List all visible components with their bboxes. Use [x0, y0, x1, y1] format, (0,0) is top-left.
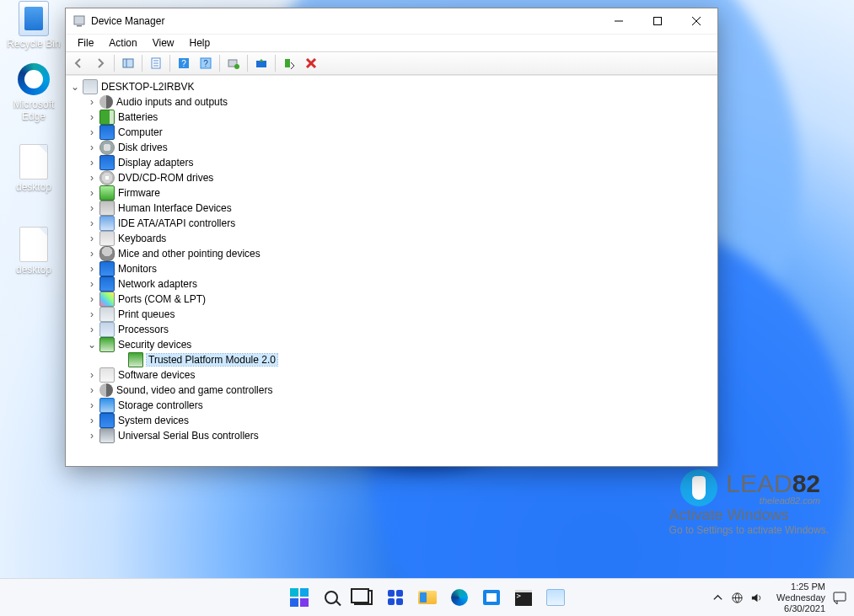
- chevron-right-icon[interactable]: ›: [86, 111, 98, 123]
- chevron-right-icon[interactable]: ›: [86, 142, 98, 153]
- chevron-right-icon[interactable]: ›: [86, 415, 98, 426]
- tree-node-universal-serial-bus-controllers[interactable]: ›Universal Serial Bus controllers: [69, 428, 714, 443]
- edge-button[interactable]: [448, 587, 470, 608]
- chevron-right-icon[interactable]: ›: [86, 172, 98, 184]
- system-tray[interactable]: 1:25 PM Wednesday 6/30/2021: [712, 579, 847, 616]
- forward-button[interactable]: [90, 53, 110, 73]
- chevron-right-icon[interactable]: ›: [86, 157, 98, 169]
- tree-root[interactable]: ⌄DESKTOP-L2IRBVK: [69, 79, 714, 94]
- chevron-right-icon[interactable]: ›: [86, 324, 98, 335]
- tree-node-network-adapters[interactable]: ›Network adapters: [69, 276, 714, 292]
- tree-node-monitors[interactable]: ›Monitors: [69, 261, 714, 276]
- menu-help[interactable]: Help: [183, 36, 218, 50]
- desktop-icon-recycle-bin[interactable]: Recycle Bin: [3, 2, 64, 50]
- tree-node-ide-ata-atapi-controllers[interactable]: ›IDE ATA/ATAPI controllers: [69, 216, 714, 231]
- close-button[interactable]: [677, 8, 716, 34]
- tree-node-display-adapters[interactable]: ›Display adapters: [69, 155, 714, 170]
- tree-node-disk-drives[interactable]: ›Disk drives: [69, 140, 714, 155]
- tree-node-processors[interactable]: ›Processors: [69, 322, 714, 337]
- store-icon: [483, 590, 500, 605]
- tree-node-batteries[interactable]: ›Batteries: [69, 110, 714, 125]
- chevron-down-icon[interactable]: ⌄: [69, 81, 81, 93]
- chevron-right-icon[interactable]: ›: [86, 96, 98, 108]
- node-label: Keyboards: [118, 233, 166, 244]
- cmd-button[interactable]: [513, 587, 534, 608]
- tree-node-firmware[interactable]: ›Firmware: [69, 185, 714, 201]
- properties-button[interactable]: [146, 53, 166, 73]
- tree-node-sound-video-and-game-controllers[interactable]: ›Sound, video and game controllers: [69, 383, 714, 398]
- start-button[interactable]: [288, 587, 310, 608]
- file-explorer-icon: [418, 591, 437, 604]
- search-button[interactable]: [320, 587, 342, 608]
- desktop-icon-file2[interactable]: desktop: [3, 228, 64, 276]
- tree-node-system-devices[interactable]: ›System devices: [69, 413, 714, 428]
- show-hide-console-tree-button[interactable]: [118, 53, 138, 73]
- chevron-down-icon[interactable]: ⌄: [86, 339, 98, 351]
- volume-icon[interactable]: [750, 592, 763, 604]
- chevron-right-icon[interactable]: ›: [86, 369, 98, 381]
- tree-node-ports-com-lpt-[interactable]: ›Ports (COM & LPT): [69, 292, 714, 307]
- network-icon[interactable]: [731, 592, 744, 604]
- category-icon: [99, 307, 115, 322]
- chevron-right-icon[interactable]: ›: [86, 430, 98, 442]
- widgets-button[interactable]: [384, 587, 406, 608]
- taskbar[interactable]: 1:25 PM Wednesday 6/30/2021: [0, 578, 854, 616]
- flask-icon: [680, 469, 717, 506]
- chevron-right-icon[interactable]: ›: [86, 233, 98, 244]
- category-icon: [128, 352, 143, 367]
- chevron-right-icon[interactable]: ›: [86, 126, 98, 138]
- clock[interactable]: 1:25 PM Wednesday 6/30/2021: [776, 581, 825, 614]
- device-manager-window[interactable]: Device Manager File Action View Help ? ?: [65, 8, 718, 467]
- tree-node-mice-and-other-pointing-devices[interactable]: ›Mice and other pointing devices: [69, 246, 714, 261]
- titlebar[interactable]: Device Manager: [66, 8, 717, 34]
- chevron-right-icon[interactable]: ›: [86, 384, 98, 396]
- chevron-right-icon[interactable]: ›: [86, 217, 98, 229]
- tree-node-print-queues[interactable]: ›Print queues: [69, 307, 714, 322]
- tree-node-software-devices[interactable]: ›Software devices: [69, 367, 714, 383]
- category-icon: [99, 367, 115, 383]
- tree-node-human-interface-devices[interactable]: ›Human Interface Devices: [69, 201, 714, 216]
- desktop[interactable]: Recycle Bin Microsoft Edge desktop deskt…: [0, 0, 854, 616]
- store-button[interactable]: [481, 587, 502, 608]
- node-label: Security devices: [118, 339, 191, 351]
- chevron-right-icon[interactable]: ›: [86, 248, 98, 260]
- menu-action[interactable]: Action: [102, 36, 143, 50]
- icon-label: Microsoft Edge: [3, 99, 64, 122]
- node-label: System devices: [118, 415, 189, 426]
- tree-node-trusted-platform-module-2-0[interactable]: Trusted Platform Module 2.0: [69, 352, 714, 367]
- desktop-icon-file1[interactable]: desktop: [3, 145, 64, 193]
- chevron-up-icon[interactable]: [712, 592, 724, 604]
- uninstall-button[interactable]: [279, 53, 299, 73]
- devmgmt-button[interactable]: [545, 587, 567, 608]
- chevron-right-icon[interactable]: ›: [86, 187, 98, 199]
- chevron-right-icon[interactable]: ›: [86, 399, 98, 411]
- file-explorer-button[interactable]: [416, 587, 438, 608]
- maximize-button[interactable]: [638, 8, 677, 34]
- back-button[interactable]: [68, 53, 89, 73]
- disable-button[interactable]: [301, 53, 321, 73]
- chevron-right-icon[interactable]: ›: [86, 293, 98, 305]
- chevron-right-icon[interactable]: ›: [86, 202, 98, 214]
- menu-view[interactable]: View: [146, 36, 181, 50]
- tree-node-security-devices[interactable]: ⌄Security devices: [69, 337, 714, 352]
- tree-node-computer[interactable]: ›Computer: [69, 125, 714, 140]
- update-driver-button[interactable]: [251, 53, 271, 73]
- notifications-icon[interactable]: [832, 590, 847, 605]
- scan-hardware-button[interactable]: [223, 53, 244, 73]
- minimize-button[interactable]: [599, 8, 638, 34]
- devmgr-app-icon: [73, 14, 86, 28]
- tree-node-dvd-cd-rom-drives[interactable]: ›DVD/CD-ROM drives: [69, 170, 714, 185]
- desktop-icon-edge[interactable]: Microsoft Edge: [3, 62, 64, 122]
- help-topics-button[interactable]: ?: [196, 53, 216, 73]
- chevron-right-icon[interactable]: ›: [86, 278, 98, 290]
- device-tree[interactable]: ⌄DESKTOP-L2IRBVK›Audio inputs and output…: [66, 75, 717, 466]
- menu-file[interactable]: File: [71, 36, 100, 50]
- chevron-right-icon[interactable]: ›: [86, 263, 98, 275]
- chevron-right-icon[interactable]: ›: [86, 308, 98, 320]
- task-view-button[interactable]: [352, 587, 374, 608]
- tree-node-storage-controllers[interactable]: ›Storage controllers: [69, 398, 714, 413]
- help-button[interactable]: ?: [174, 53, 194, 73]
- window-title: Device Manager: [91, 15, 164, 27]
- tree-node-keyboards[interactable]: ›Keyboards: [69, 231, 714, 246]
- tree-node-audio-inputs-and-outputs[interactable]: ›Audio inputs and outputs: [69, 94, 714, 110]
